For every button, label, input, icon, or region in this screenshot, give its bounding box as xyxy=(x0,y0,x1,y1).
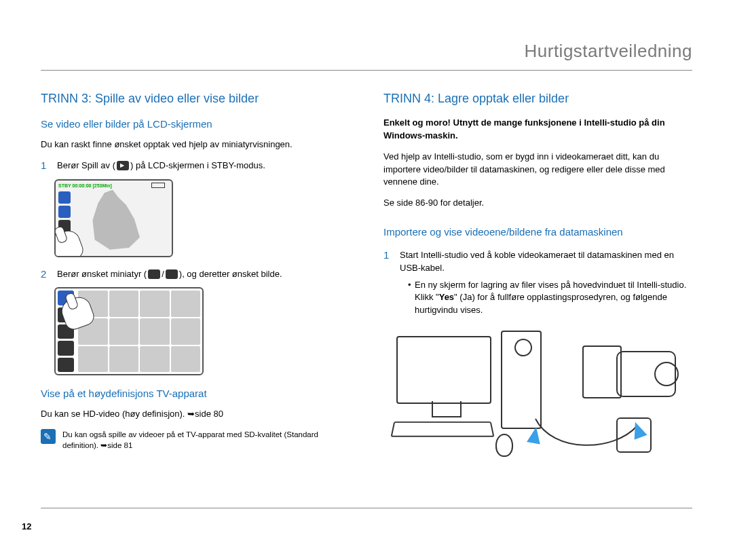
sub-heading-hdtv: Vise på et høydefinisjons TV-apparat xyxy=(41,386,350,401)
thumbnail-grid-illustration xyxy=(54,287,204,375)
right-p1: Ved hjelp av Intelli-studio, som er bygd… xyxy=(383,151,692,189)
side-icon xyxy=(58,191,71,204)
step3-item1: Berør Spill av () på LCD-skjermen i STBY… xyxy=(57,160,350,172)
stby-status: STBY 00:00:00 [253Min] xyxy=(58,183,112,189)
right-column: TRINN 4: Lagre opptak eller bilder Enkel… xyxy=(383,90,692,466)
right-p2: Se side 86-90 for detaljer. xyxy=(383,197,692,210)
note-row: Du kan også spille av videoer på et TV-a… xyxy=(41,429,350,451)
usb-connection-illustration xyxy=(392,331,684,466)
page-number: 12 xyxy=(22,521,31,531)
note-text: Du kan også spille av videoer på et TV-a… xyxy=(62,429,350,451)
battery-icon xyxy=(151,183,165,188)
grid-side-icon xyxy=(58,358,74,373)
bold-intro: Enkelt og moro! Utnytt de mange funksjon… xyxy=(383,117,692,143)
step3-heading: TRINN 3: Spille av video eller vise bild… xyxy=(41,90,350,107)
keyboard-drawing xyxy=(390,422,494,437)
hd-text: Du kan se HD-video (høy definisjon). ➥si… xyxy=(41,408,350,421)
camcorder-drawing xyxy=(582,339,684,413)
side-icon xyxy=(58,206,71,218)
blue-arrow-icon xyxy=(527,426,543,445)
play-icon xyxy=(117,161,129,170)
intro-text: Du kan raskt finne ønsket opptak ved hje… xyxy=(41,138,350,151)
page-header-title: Hurtigstartveiledning xyxy=(41,41,692,62)
usb-cable-drawing xyxy=(532,412,641,460)
touch-finger-icon xyxy=(54,227,86,257)
mouse-drawing xyxy=(495,434,513,457)
step4-heading: TRINN 4: Lagre opptak eller bilder xyxy=(383,90,692,107)
note-icon xyxy=(41,429,56,444)
list-number-1: 1 xyxy=(41,160,50,172)
monitor-drawing xyxy=(396,336,491,404)
sub-heading-import: Importere og vise videoene/bildene fra d… xyxy=(383,225,692,240)
lcd-preview-illustration: STBY 00:00:00 [253Min] xyxy=(54,179,173,257)
list-number-1: 1 xyxy=(383,249,393,261)
right-sub-bullet: En ny skjerm for lagring av filer vises … xyxy=(408,279,692,318)
step3-item2: Berør ønsket miniatyr (/), og deretter ø… xyxy=(57,268,350,281)
thumb-icon xyxy=(148,269,160,279)
skater-silhouette xyxy=(88,190,143,251)
header-divider xyxy=(41,70,692,71)
sub-heading-lcd: Se video eller bilder på LCD-skjermen xyxy=(41,117,350,132)
thumb-icon xyxy=(166,269,178,279)
grid-side-icon xyxy=(58,341,74,356)
right-item1: Start Intelli-studio ved å koble videoka… xyxy=(400,250,674,273)
left-column: TRINN 3: Spille av video eller vise bild… xyxy=(41,90,350,466)
footer-divider xyxy=(41,508,692,508)
list-number-2: 2 xyxy=(41,268,50,280)
